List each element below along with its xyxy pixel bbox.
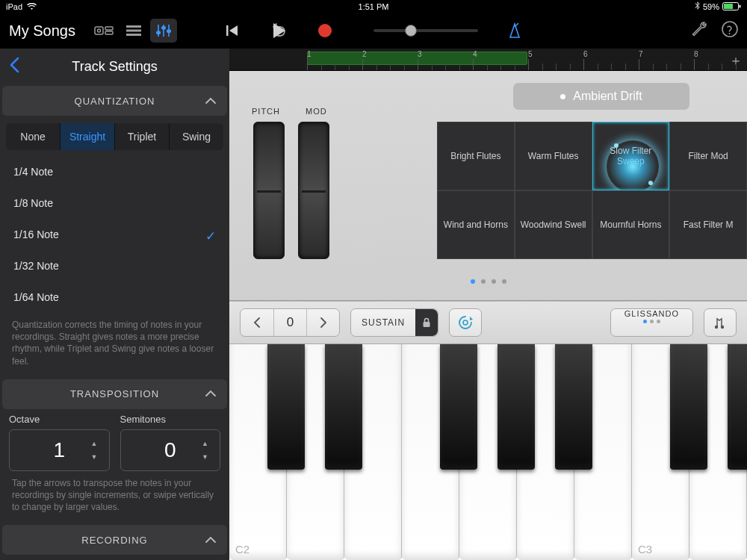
ruler-bar-tick: 5 (528, 49, 533, 70)
pitch-wheel[interactable] (253, 122, 285, 259)
browser-view-icon[interactable] (90, 19, 117, 43)
white-key[interactable] (402, 344, 459, 560)
seg-straight[interactable]: Straight (60, 123, 114, 150)
track-settings-panel: Track Settings QUANTIZATION None Straigh… (0, 49, 229, 560)
sustain-label: SUSTAIN (351, 317, 415, 328)
sound-cell[interactable]: Slow Filter Sweep (592, 122, 670, 190)
mod-label: MOD (306, 107, 327, 116)
octave-up-button[interactable] (306, 309, 339, 336)
sound-cell[interactable]: Warm Flutes (515, 122, 592, 190)
back-to-songs[interactable]: My Songs (9, 22, 75, 40)
tracks-view-icon[interactable] (120, 19, 147, 43)
svg-rect-3 (95, 27, 103, 34)
svg-rect-6 (105, 31, 113, 34)
track-settings-icon[interactable] (150, 19, 177, 43)
semitones-stepper[interactable]: 0 ▲▼ (120, 429, 221, 471)
glissando-button[interactable]: GLISSANDO (610, 308, 693, 337)
stepper-down-icon[interactable]: ▼ (202, 453, 214, 461)
seg-triplet[interactable]: Triplet (114, 123, 169, 150)
sound-cell[interactable]: Filter Mod (669, 122, 747, 190)
sustain-lock-button[interactable] (415, 309, 438, 336)
octave-value: 1 (53, 438, 65, 462)
white-key[interactable] (689, 344, 747, 560)
svg-rect-15 (167, 30, 170, 33)
preset-chip[interactable]: Ambient Drift (513, 83, 689, 110)
svg-point-20 (729, 33, 731, 34)
recording-header[interactable]: RECORDING (2, 525, 227, 555)
volume-thumb[interactable] (405, 25, 417, 37)
play-button[interactable] (266, 18, 291, 43)
battery-icon (722, 2, 741, 10)
timeline-ruler[interactable]: ＋ 12345678 (229, 49, 747, 71)
white-key[interactable] (344, 344, 402, 560)
stepper-up-icon[interactable]: ▲ (202, 440, 214, 447)
note-1-16[interactable]: 1/16 Note ✓ (0, 219, 229, 250)
sound-cell[interactable]: Wind and Horns (437, 190, 515, 259)
clock: 1:51 PM (359, 2, 389, 11)
bluetooth-icon (695, 1, 700, 11)
sustain-control[interactable]: SUSTAIN (350, 308, 438, 337)
keyboard-scale-button[interactable] (704, 308, 737, 337)
svg-rect-8 (126, 30, 141, 32)
ruler-bar-tick: 4 (473, 49, 477, 70)
sidebar-back-button[interactable] (9, 55, 19, 78)
master-volume-slider[interactable] (374, 29, 478, 32)
settings-wrench-icon[interactable] (690, 20, 708, 41)
record-button[interactable] (312, 18, 338, 43)
sound-cell[interactable]: Fast Filter M (669, 190, 747, 259)
octave-stepper[interactable]: 1 ▲▼ (9, 429, 110, 471)
sound-cell[interactable]: Woodwind Swell (515, 190, 592, 259)
note-1-32[interactable]: 1/32 Note (0, 250, 229, 281)
rewind-button[interactable] (220, 18, 245, 43)
note-1-8[interactable]: 1/8 Note (0, 187, 229, 219)
preset-indicator-icon (560, 94, 565, 99)
page-indicator[interactable] (471, 279, 506, 284)
seg-swing[interactable]: Swing (169, 123, 223, 150)
svg-point-23 (715, 326, 718, 329)
sound-grid: Bright Flutes Warm Flutes Slow Filter Sw… (437, 122, 747, 259)
ruler-bar-tick: 3 (418, 49, 422, 70)
mod-wheel[interactable] (298, 122, 329, 259)
metronome-icon[interactable] (502, 18, 527, 43)
semitones-label: Semitones (120, 414, 221, 425)
white-key[interactable] (574, 344, 632, 560)
white-key[interactable] (517, 344, 574, 560)
note-1-64[interactable]: 1/64 Note (0, 281, 229, 313)
sound-cell[interactable]: Bright Flutes (437, 122, 515, 190)
autoplay-button[interactable] (449, 308, 482, 337)
keyboard-control-strip: 0 SUSTAIN GLISSANDO (229, 301, 747, 344)
seg-none[interactable]: None (6, 123, 60, 150)
ruler-bar-tick: 6 (583, 49, 588, 70)
svg-rect-21 (424, 322, 430, 327)
top-toolbar: My Songs (0, 13, 747, 49)
help-icon[interactable] (722, 21, 738, 40)
svg-point-22 (463, 320, 468, 325)
ruler-bar-tick: 2 (362, 49, 367, 70)
svg-rect-1 (724, 4, 733, 9)
check-icon: ✓ (205, 228, 216, 244)
octave-down-button[interactable] (241, 309, 273, 336)
quantization-header[interactable]: QUANTIZATION (2, 86, 227, 116)
svg-rect-16 (226, 25, 229, 36)
octave-label: Octave (9, 414, 110, 425)
sound-panel: Ambient Drift PITCH MOD Bright Flutes Wa… (229, 71, 747, 301)
device-label: iPad (6, 2, 22, 11)
transport-controls (220, 18, 527, 43)
sidebar-title: Track Settings (72, 59, 157, 75)
white-key[interactable] (287, 344, 344, 560)
octave-display: 0 (273, 309, 306, 336)
stepper-down-icon[interactable]: ▼ (91, 453, 103, 461)
stepper-up-icon[interactable]: ▲ (91, 440, 103, 447)
white-key[interactable]: C3 (632, 344, 689, 560)
piano-keyboard[interactable]: C2 C3 (229, 344, 747, 560)
note-1-4[interactable]: 1/4 Note (0, 156, 229, 187)
white-key[interactable] (459, 344, 517, 560)
chevron-up-icon (205, 388, 217, 399)
sound-cell[interactable]: Mournful Horns (592, 190, 670, 259)
quantization-help: Quantization corrects the timing of note… (0, 313, 229, 378)
transposition-header[interactable]: TRANSPOSITION (2, 379, 227, 409)
glissando-label: GLISSANDO (624, 309, 679, 318)
white-key[interactable]: C2 (229, 344, 287, 560)
svg-rect-7 (126, 25, 141, 28)
quantization-mode-segment: None Straight Triplet Swing (6, 123, 223, 150)
